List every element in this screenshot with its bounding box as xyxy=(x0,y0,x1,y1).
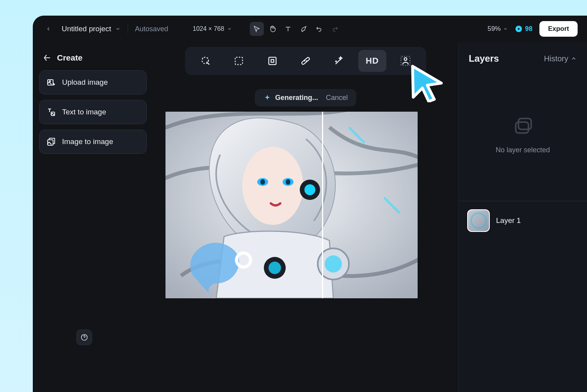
svg-point-17 xyxy=(286,179,290,185)
project-title[interactable]: Untitled project xyxy=(62,25,121,33)
undo-icon xyxy=(316,25,323,32)
text-to-image-card[interactable]: Text to image xyxy=(39,100,147,124)
undo-button[interactable] xyxy=(312,22,326,36)
expand-icon xyxy=(267,55,278,66)
svg-point-19 xyxy=(304,184,315,195)
bandage-icon xyxy=(300,55,311,66)
sidebar: Create Upload image Text to image Image … xyxy=(33,42,153,392)
brush-icon xyxy=(300,25,307,32)
help-button[interactable] xyxy=(76,330,92,345)
export-button[interactable]: Export xyxy=(539,21,578,37)
right-panel: Layers History No layer selected Layer 1 xyxy=(458,42,587,392)
chevron-up-icon xyxy=(571,55,577,62)
svg-rect-8 xyxy=(271,60,274,62)
svg-point-11 xyxy=(306,61,307,61)
generating-label: Generating... xyxy=(275,94,318,102)
text-icon xyxy=(285,25,292,32)
tool-group xyxy=(250,22,342,36)
upload-image-icon xyxy=(46,78,56,87)
layer-name: Layer 1 xyxy=(496,216,521,225)
image-to-image-card[interactable]: Image to image xyxy=(39,130,147,154)
crop-tool[interactable] xyxy=(225,50,253,72)
svg-point-12 xyxy=(404,58,407,61)
topbar-right: 59% 98 Export xyxy=(487,21,578,37)
magic-tool[interactable] xyxy=(325,50,353,72)
credits-icon xyxy=(515,25,523,33)
brush-tool[interactable] xyxy=(297,22,311,36)
hd-upscale-tool[interactable]: HD xyxy=(358,50,386,72)
artwork-illustration xyxy=(165,112,418,298)
svg-rect-25 xyxy=(516,122,528,133)
topbar: Untitled project Autosaved 1024 × 768 xyxy=(33,16,587,42)
autosave-status: Autosaved xyxy=(135,25,168,33)
svg-point-23 xyxy=(325,255,342,273)
credits-chip[interactable]: 98 xyxy=(515,25,532,33)
layers-empty-state: No layer selected xyxy=(459,68,587,201)
history-tab[interactable]: History xyxy=(544,54,577,63)
svg-rect-26 xyxy=(518,118,531,129)
svg-rect-9 xyxy=(301,57,310,65)
svg-rect-6 xyxy=(235,57,243,65)
dimensions-text: 1024 × 768 xyxy=(193,25,224,32)
zoom-value: 59% xyxy=(487,25,501,33)
crop-icon xyxy=(233,55,244,66)
layers-list: Layer 1 xyxy=(459,201,587,240)
upload-image-card[interactable]: Upload image xyxy=(39,70,147,94)
back-arrow-icon xyxy=(43,53,52,62)
text-to-image-icon xyxy=(46,107,56,117)
project-title-text: Untitled project xyxy=(62,25,111,33)
ai-paint-icon xyxy=(200,55,211,66)
canvas-area: HD Generating... Cancel xyxy=(153,42,458,392)
create-header[interactable]: Create xyxy=(39,49,147,70)
svg-point-2 xyxy=(50,81,51,82)
redo-icon xyxy=(331,25,338,32)
text-to-image-label: Text to image xyxy=(62,108,106,116)
export-label: Export xyxy=(548,25,569,32)
svg-point-21 xyxy=(269,262,281,274)
right-panel-header: Layers History xyxy=(459,42,587,68)
hd-label: HD xyxy=(366,56,379,66)
create-header-text: Create xyxy=(57,53,82,62)
spark-icon xyxy=(263,94,271,102)
image-to-image-label: Image to image xyxy=(62,137,113,146)
layer-thumbnail xyxy=(467,209,490,232)
svg-point-16 xyxy=(260,179,265,185)
svg-rect-7 xyxy=(269,57,276,65)
heal-tool[interactable] xyxy=(292,50,320,72)
cancel-button[interactable]: Cancel xyxy=(326,94,348,102)
layer-row[interactable]: Layer 1 xyxy=(467,209,578,232)
redo-button[interactable] xyxy=(328,22,342,36)
ai-paint-tool[interactable] xyxy=(192,50,220,72)
magic-wand-icon xyxy=(333,55,344,66)
canvas-image[interactable] xyxy=(165,112,418,298)
app-window: Untitled project Autosaved 1024 × 768 xyxy=(33,16,587,392)
upload-image-label: Upload image xyxy=(62,78,108,87)
chevron-down-icon xyxy=(503,27,508,31)
history-label: History xyxy=(544,54,568,63)
select-tool[interactable] xyxy=(250,22,264,36)
demo-cursor-icon xyxy=(409,63,444,102)
text-tool[interactable] xyxy=(281,22,295,36)
credits-value: 98 xyxy=(525,25,532,33)
tool-ribbon: HD xyxy=(185,47,426,75)
canvas-dimensions[interactable]: 1024 × 768 xyxy=(193,25,232,32)
main: Create Upload image Text to image Image … xyxy=(33,42,587,392)
hand-icon xyxy=(269,25,276,32)
svg-point-15 xyxy=(242,147,303,225)
chevron-down-icon xyxy=(115,26,121,32)
back-button[interactable] xyxy=(42,23,55,35)
divider xyxy=(128,25,128,33)
cursor-icon xyxy=(253,25,260,32)
chevron-down-icon xyxy=(227,27,232,31)
svg-point-10 xyxy=(304,61,305,61)
zoom-control[interactable]: 59% xyxy=(487,25,508,33)
hand-tool[interactable] xyxy=(265,22,279,36)
layers-empty-icon xyxy=(512,115,534,137)
layers-empty-text: No layer selected xyxy=(496,146,550,154)
chevron-left-icon xyxy=(46,26,51,32)
generating-label-wrap: Generating... xyxy=(263,94,318,102)
layers-tab[interactable]: Layers xyxy=(469,53,499,64)
generating-status: Generating... Cancel xyxy=(255,89,356,107)
expand-tool[interactable] xyxy=(258,50,286,72)
help-icon xyxy=(80,333,88,341)
